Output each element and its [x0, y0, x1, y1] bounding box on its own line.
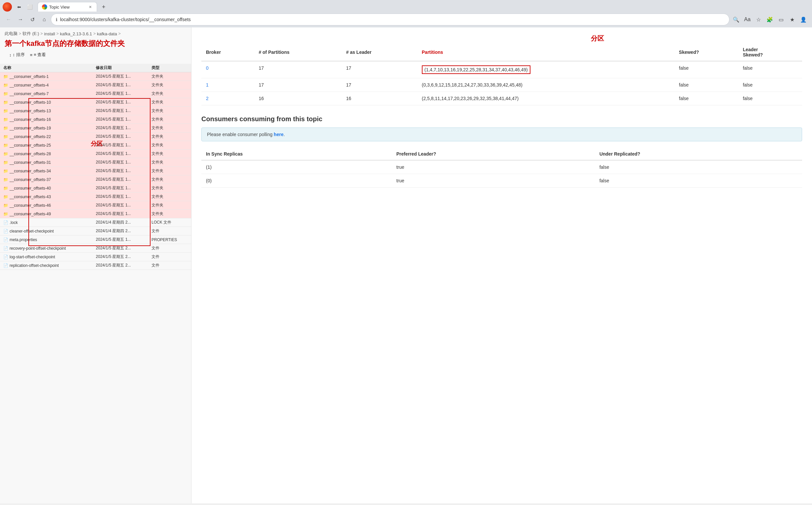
bc-drive[interactable]: 软件 (E:): [22, 31, 39, 37]
preferred-leader: true: [392, 160, 595, 174]
folder-row[interactable]: 📁__consumer_offsets-19 2024/1/5 星期五 1...…: [0, 124, 191, 133]
bc-sep3: >: [56, 31, 59, 36]
address-bar[interactable]: ℹ localhost:9000/clusters/kafka-cluster/…: [51, 14, 730, 25]
back-button[interactable]: ←: [3, 14, 14, 25]
folder-row[interactable]: 📁__consumer_offsets-4 2024/1/5 星期五 1... …: [0, 81, 191, 90]
file-type: 文件: [148, 227, 191, 235]
folder-date: 2024/1/5 星期五 1...: [92, 167, 148, 175]
profile-button[interactable]: 👤: [798, 14, 809, 25]
folder-row[interactable]: 📁__consumer_offsets-49 2024/1/5 星期五 1...…: [0, 210, 191, 218]
col-name[interactable]: 名称: [0, 64, 92, 72]
file-name: 📄replication-offset-checkpoint: [0, 261, 92, 270]
folder-name: 📁__consumer_offsets-4: [0, 81, 92, 90]
consumer-notice-link[interactable]: here: [274, 132, 284, 137]
folder-type: 文件夹: [148, 210, 191, 218]
tab-back-btn[interactable]: ⬅: [15, 2, 24, 12]
file-name: 📄recovery-point-offset-checkpoint: [0, 244, 92, 252]
file-type: LOCK 文件: [148, 218, 191, 227]
favorites-button[interactable]: ★: [787, 14, 797, 25]
sort-button[interactable]: ↕ ↕ 排序: [9, 52, 25, 58]
file-row[interactable]: 📄replication-offset-checkpoint 2024/1/5 …: [0, 261, 191, 270]
bc-sep5: >: [118, 31, 120, 36]
file-type: 文件: [148, 244, 191, 252]
refresh-button[interactable]: ↺: [27, 14, 38, 25]
bc-install[interactable]: install: [44, 31, 55, 36]
folder-row[interactable]: 📁__consumer_offsets-34 2024/1/5 星期五 1...…: [0, 167, 191, 175]
active-tab[interactable]: Topic View ✕: [38, 2, 97, 12]
new-tab-button[interactable]: +: [99, 2, 108, 12]
folder-date: 2024/1/5 星期五 1...: [92, 210, 148, 218]
folder-row[interactable]: 📁__consumer_offsets-28 2024/1/5 星期五 1...…: [0, 150, 191, 158]
folder-name: 📁__consumer_offsets-46: [0, 201, 92, 210]
forward-button[interactable]: →: [15, 14, 26, 25]
folder-icon: 📁: [3, 92, 8, 96]
col-broker: Broker: [201, 44, 254, 61]
folder-row[interactable]: 📁__consumer_offsets-43 2024/1/5 星期五 1...…: [0, 193, 191, 201]
folder-type: 文件夹: [148, 90, 191, 98]
broker-id[interactable]: 1: [201, 78, 254, 92]
file-icon: 📄: [3, 229, 8, 233]
folder-name: 📁__consumer_offsets-34: [0, 167, 92, 175]
folder-icon: 📁: [3, 152, 8, 156]
reader-button[interactable]: Aa: [742, 14, 753, 25]
col-type[interactable]: 类型: [148, 64, 191, 72]
tab-close-button[interactable]: ✕: [87, 4, 93, 10]
file-row[interactable]: 📄recovery-point-offset-checkpoint 2024/1…: [0, 244, 191, 252]
folder-row[interactable]: 📁__consumer_offsets-10 2024/1/5 星期五 1...…: [0, 98, 191, 107]
folder-name: 📁__consumer_offsets-40: [0, 184, 92, 193]
file-row[interactable]: 📄.lock 2024/1/4 星期四 2... LOCK 文件: [0, 218, 191, 227]
folder-date: 2024/1/5 星期五 1...: [92, 141, 148, 150]
consumer-notice-text: Please enable consumer polling: [207, 132, 274, 137]
home-button[interactable]: ⌂: [39, 14, 49, 25]
col-in-sync: In Sync Replicas: [201, 148, 392, 160]
folder-row[interactable]: 📁__consumer_offsets-25 2024/1/5 星期五 1...…: [0, 141, 191, 150]
file-row[interactable]: 📄cleaner-offset-checkpoint 2024/1/4 星期四 …: [0, 227, 191, 235]
folder-name: 📁__consumer_offsets-22: [0, 133, 92, 141]
folder-row[interactable]: 📁__consumer_offsets-13 2024/1/5 星期五 1...…: [0, 107, 191, 115]
folder-row[interactable]: 📁__consumer_offsets-37 2024/1/5 星期五 1...…: [0, 175, 191, 184]
folder-row[interactable]: 📁__consumer_offsets-7 2024/1/5 星期五 1... …: [0, 90, 191, 98]
folder-row[interactable]: 📁__consumer_offsets-31 2024/1/5 星期五 1...…: [0, 158, 191, 167]
folder-row[interactable]: 📁__consumer_offsets-1 2024/1/5 星期五 1... …: [0, 72, 191, 81]
file-name: 📄log-start-offset-checkpoint: [0, 252, 92, 261]
file-table: 名称 修改日期 类型 📁__consumer_offsets-1 2024/1/…: [0, 64, 191, 270]
folder-name: 📁__consumer_offsets-19: [0, 124, 92, 133]
extensions-button[interactable]: 🧩: [765, 14, 775, 25]
bc-sep2: >: [41, 31, 43, 36]
bc-computer[interactable]: 此电脑: [5, 31, 17, 37]
split-view-button[interactable]: ▭: [776, 14, 786, 25]
nav-right-buttons: 🔍 Aa ☆ 🧩 ▭ ★ 👤: [731, 14, 809, 25]
broker-id[interactable]: 0: [201, 61, 254, 78]
view-button[interactable]: ≡ ≡ 查看: [30, 52, 46, 58]
folder-row[interactable]: 📁__consumer_offsets-22 2024/1/5 星期五 1...…: [0, 133, 191, 141]
folder-icon: 📁: [3, 117, 8, 122]
folder-row[interactable]: 📁__consumer_offsets-16 2024/1/5 星期五 1...…: [0, 115, 191, 124]
folder-date: 2024/1/5 星期五 1...: [92, 115, 148, 124]
bc-kafka[interactable]: kafka_2.13-3.6.1: [60, 31, 92, 36]
bookmark-button[interactable]: ☆: [753, 14, 764, 25]
folder-name: 📁__consumer_offsets-16: [0, 115, 92, 124]
folder-row[interactable]: 📁__consumer_offsets-46 2024/1/5 星期五 1...…: [0, 201, 191, 210]
tab-forward-btn[interactable]: ⬜: [25, 2, 34, 12]
file-icon: 📄: [3, 220, 8, 225]
broker-table: Broker # of Partitions # as Leader Parti…: [201, 44, 802, 105]
folder-icon: 📁: [3, 134, 8, 139]
col-date[interactable]: 修改日期: [92, 64, 148, 72]
folder-type: 文件夹: [148, 81, 191, 90]
folder-type: 文件夹: [148, 133, 191, 141]
search-button[interactable]: 🔍: [731, 14, 741, 25]
topic-panel: 分区 Broker # of Partitions # as Leader Pa…: [192, 27, 812, 503]
broker-id[interactable]: 2: [201, 92, 254, 105]
folder-name: 📁__consumer_offsets-43: [0, 193, 92, 201]
folder-icon: 📁: [3, 143, 8, 148]
folder-row[interactable]: 📁__consumer_offsets-40 2024/1/5 星期五 1...…: [0, 184, 191, 193]
col-leader-skewed: LeaderSkewed?: [738, 44, 802, 61]
file-row[interactable]: 📄log-start-offset-checkpoint 2024/1/5 星期…: [0, 252, 191, 261]
file-icon: 📄: [3, 263, 8, 268]
folder-type: 文件夹: [148, 124, 191, 133]
file-row[interactable]: 📄meta.properties 2024/1/5 星期五 1... PROPE…: [0, 235, 191, 244]
replica-row: (0) true false: [201, 174, 802, 188]
folder-name: 📁__consumer_offsets-37: [0, 175, 92, 184]
bc-kafka-data[interactable]: kafka-data: [97, 31, 117, 36]
file-explorer: 此电脑 > 软件 (E:) > install > kafka_2.13-3.6…: [0, 27, 192, 503]
